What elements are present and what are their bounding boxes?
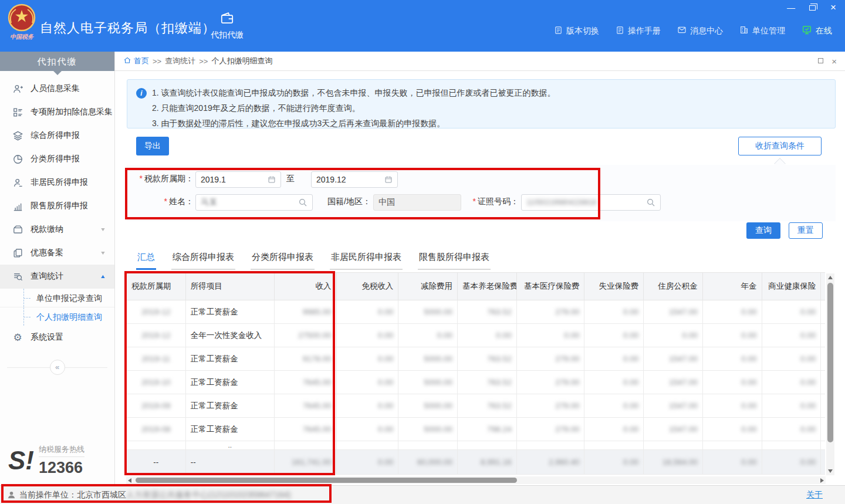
layers-icon	[12, 130, 23, 141]
table-cell: 0.00	[584, 371, 644, 394]
filter-panel: *税款所属期： 2019.1 至 2019.12 *姓名： 马某 国籍/地区： …	[127, 165, 836, 221]
collapse-query-button[interactable]: 收折查询条件	[738, 137, 822, 155]
search-icon[interactable]	[298, 198, 307, 207]
hotline-number: 12366	[39, 459, 84, 477]
document-icon	[616, 26, 624, 36]
table-cell: ..	[185, 441, 274, 450]
table-cell: 0.00	[702, 450, 762, 475]
calendar-icon[interactable]	[384, 175, 393, 184]
table-cell: 0.00	[584, 450, 644, 475]
table-row: 2019-11正常工资薪金9178.000.005000.00763.52279…	[127, 347, 826, 371]
table-cell: 0.00	[398, 324, 458, 347]
table-cell: 7645.00	[274, 418, 336, 441]
unit-management-link[interactable]: 单位管理	[739, 25, 785, 36]
sidebar-item-classified-income[interactable]: 分类所得申报	[0, 147, 114, 171]
tab-summary[interactable]: 汇总	[136, 252, 156, 270]
tab-classified-income-report[interactable]: 分类所得申报表	[251, 252, 315, 270]
close-icon[interactable]: ×	[829, 3, 838, 12]
pane-maximize-icon[interactable]	[818, 56, 823, 66]
table-cell	[274, 441, 336, 450]
sidebar-collapse-button[interactable]: «	[50, 360, 65, 375]
table-cell: 798.24	[457, 418, 516, 441]
period-to-input[interactable]: 2019.12	[311, 171, 398, 188]
scroll-down-icon[interactable]	[828, 469, 833, 473]
table-cell: 9985.00	[274, 300, 336, 324]
table-cell: 0.00	[336, 394, 398, 418]
id-number-input[interactable]: 110502199804228818	[521, 194, 661, 211]
name-input[interactable]: 马某	[195, 194, 313, 211]
home-icon	[123, 56, 131, 66]
table-cell: 0.00	[336, 324, 398, 347]
table-cell: 0.00	[821, 371, 825, 394]
vertical-scrollbar[interactable]	[826, 273, 834, 475]
sidebar-item-tax-payment[interactable]: 税款缴纳 ▼	[0, 218, 114, 241]
nationality-input: 中国	[373, 194, 461, 211]
manual-link[interactable]: 操作手册	[616, 26, 661, 36]
tab-nonresident-income-report[interactable]: 非居民所得申报表	[330, 252, 403, 270]
sidebar-item-system-settings[interactable]: ⚙ 系统设置	[0, 326, 114, 349]
table-cell: 161,741.00	[274, 450, 336, 475]
sidebar-item-preferential-filing[interactable]: 优惠备案 ▼	[0, 241, 114, 265]
table-cell: 0.00	[336, 371, 398, 394]
version-switch-link[interactable]: 版本切换	[554, 26, 599, 36]
table-cell: 0.00	[584, 394, 644, 418]
sidebar-subitem-unit-declaration-query[interactable]: 单位申报记录查询	[0, 288, 114, 307]
table-cell: 0.00	[821, 418, 825, 441]
breadcrumb-home[interactable]: 首页	[123, 56, 149, 66]
pane-close-icon[interactable]: ×	[832, 56, 837, 66]
query-button[interactable]: 查询	[746, 222, 780, 239]
notice-box: i 1. 该查询统计表仅能查询已申报成功的数据，不包含未申报、申报失败，已申报但…	[127, 79, 836, 128]
table-cell: 0.00	[644, 324, 703, 347]
scroll-right-icon[interactable]	[820, 478, 824, 483]
search-icon[interactable]	[646, 198, 655, 207]
organization-icon	[739, 25, 749, 36]
table-row: 2019-10正常工资薪金7645.000.005000.00763.52279…	[127, 371, 826, 394]
sidebar: 代扣代缴 人员信息采集 专项附加扣除信息采集 综合所得申报 分类所得申报 非居民…	[0, 52, 115, 485]
sidebar-subitem-personal-withholding-query[interactable]: 个人扣缴明细查询	[0, 307, 114, 326]
table-cell: 0.00	[702, 324, 762, 347]
message-center-link[interactable]: 消息中心	[677, 25, 723, 36]
sidebar-item-query-statistics[interactable]: 查询统计 ▲	[0, 265, 114, 288]
app-header: 中国税务 自然人电子税务局（扣缴端） 代扣代缴 版本切换 操作手册 消息中心 单…	[0, 0, 845, 52]
sidebar-item-comprehensive-income[interactable]: 综合所得申报	[0, 124, 114, 147]
scroll-up-icon[interactable]	[828, 276, 833, 279]
sidebar-menu: 人员信息采集 专项附加扣除信息采集 综合所得申报 分类所得申报 非居民所得申报 …	[0, 77, 114, 377]
table-cell: 5000.00	[398, 371, 458, 394]
tab-comprehensive-income-report[interactable]: 综合所得申报表	[171, 252, 235, 270]
name-value: 马某	[201, 197, 217, 208]
table-cell: 2019-11	[127, 347, 186, 371]
table-cell	[336, 441, 398, 450]
vertical-scrollbar-thumb[interactable]	[827, 283, 833, 442]
id-number-label: *证照号码：	[466, 197, 519, 207]
horizontal-scrollbar-thumb[interactable]	[136, 478, 517, 483]
sidebar-item-personnel-info[interactable]: 人员信息采集	[0, 77, 114, 100]
table-row: 2019-12正常工资薪金9985.000.005000.00763.52279…	[127, 300, 826, 324]
scroll-left-icon[interactable]	[128, 478, 131, 483]
sidebar-item-restricted-stock[interactable]: 限售股所得申报	[0, 194, 114, 218]
column-header: 基本养老保险费	[457, 273, 516, 300]
period-from-input[interactable]: 2019.1	[195, 171, 281, 188]
table-cell	[127, 441, 186, 450]
about-link[interactable]: 关于	[806, 490, 823, 500]
notice-line: 3. 由于数据处理的滞后性，建议您在申报成功3天之后再来查询最新的申报数据。	[152, 116, 827, 131]
table-cell: 1547.00	[644, 418, 703, 441]
restore-icon[interactable]	[807, 3, 817, 12]
mail-icon	[677, 25, 687, 36]
sidebar-item-nonresident-income[interactable]: 非居民所得申报	[0, 171, 114, 194]
table-cell: 0.00	[702, 418, 762, 441]
calendar-icon[interactable]	[268, 175, 276, 184]
table-cell: 1547.00	[644, 347, 703, 371]
tab-withholding[interactable]: 代扣代缴	[203, 11, 251, 40]
sidebar-item-special-deduction[interactable]: 专项附加扣除信息采集	[0, 100, 114, 124]
breadcrumb-crumb[interactable]: 查询统计	[165, 56, 195, 66]
table-cell: 2019-09	[127, 394, 186, 418]
table-cell: 0.00	[762, 324, 821, 347]
minimize-icon[interactable]: —	[786, 3, 796, 12]
tab-restricted-stock-report[interactable]: 限售股所得申报表	[418, 252, 491, 270]
reset-button[interactable]: 重置	[789, 222, 823, 239]
table-body: 2019-12正常工资薪金9985.000.005000.00763.52279…	[127, 300, 826, 475]
notice-line: 1. 该查询统计表仅能查询已申报成功的数据，不包含未申报、申报失败，已申报但已作…	[152, 85, 827, 100]
horizontal-scrollbar[interactable]	[126, 476, 826, 484]
table-cell	[398, 441, 458, 450]
export-button[interactable]: 导出	[136, 137, 169, 155]
